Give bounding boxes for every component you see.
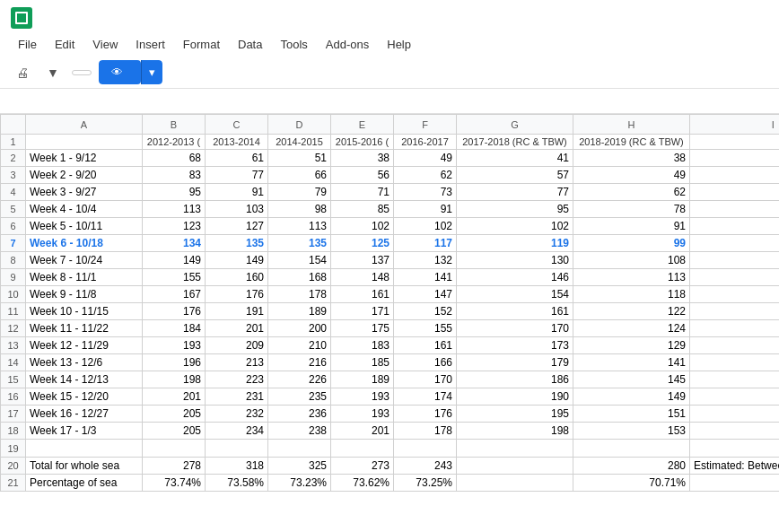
cell[interactable]: 168 xyxy=(268,269,331,286)
cell[interactable] xyxy=(690,184,780,201)
cell[interactable] xyxy=(690,135,780,150)
cell[interactable]: 243 xyxy=(394,458,457,475)
cell[interactable]: 154 xyxy=(268,252,331,269)
menu-tools[interactable]: Tools xyxy=(273,34,314,55)
cell[interactable]: 170 xyxy=(457,320,573,337)
cell[interactable]: Week 16 - 12/27 xyxy=(26,406,143,423)
cell[interactable]: 73 xyxy=(394,184,457,201)
cell[interactable]: Estimated: Between 207 and 220 xyxy=(690,458,780,475)
cell[interactable]: 149 xyxy=(206,252,268,269)
cell[interactable]: 146 xyxy=(457,269,573,286)
cell[interactable]: 79 xyxy=(268,184,331,201)
cell[interactable]: 175 xyxy=(331,320,394,337)
cell[interactable] xyxy=(690,150,780,167)
cell[interactable]: 130 xyxy=(457,252,573,269)
col-header-a[interactable]: A xyxy=(26,115,143,135)
cell[interactable]: Week 9 - 11/8 xyxy=(26,286,143,303)
cell[interactable]: 216 xyxy=(268,354,331,371)
cell[interactable]: 73.62% xyxy=(331,475,394,492)
cell[interactable]: 85 xyxy=(331,201,394,218)
cell[interactable]: 127 xyxy=(206,218,268,235)
cell[interactable]: 141 xyxy=(394,269,457,286)
cell[interactable]: Week 13 - 12/6 xyxy=(26,354,143,371)
cell[interactable]: 66 xyxy=(268,167,331,184)
cell[interactable]: 205 xyxy=(143,423,206,440)
menu-edit[interactable]: Edit xyxy=(48,34,82,55)
cell[interactable]: 2018-2019 (RC & TBW) xyxy=(573,135,690,150)
col-header-b[interactable]: B xyxy=(143,115,206,135)
cell[interactable]: 161 xyxy=(394,337,457,354)
cell[interactable] xyxy=(690,388,780,406)
cell[interactable] xyxy=(690,235,780,252)
cell[interactable]: 91 xyxy=(206,184,268,201)
cell[interactable]: Week 11 - 11/22 xyxy=(26,320,143,337)
cell[interactable]: 318 xyxy=(206,458,268,475)
cell[interactable]: 170 xyxy=(394,371,457,388)
cell[interactable]: Week 1 - 9/12 xyxy=(26,150,143,167)
cell[interactable] xyxy=(26,135,143,150)
cell[interactable] xyxy=(457,458,573,475)
cell[interactable]: 201 xyxy=(143,388,206,406)
cell[interactable]: Week 8 - 11/1 xyxy=(26,269,143,286)
cell[interactable]: 132 xyxy=(394,252,457,269)
cell[interactable]: 2017-2018 (RC & TBW) xyxy=(457,135,573,150)
cell[interactable]: 213 xyxy=(206,354,268,371)
cell[interactable] xyxy=(690,167,780,184)
cell[interactable]: 201 xyxy=(206,320,268,337)
cell[interactable]: 57 xyxy=(457,167,573,184)
cell[interactable]: 174 xyxy=(394,388,457,406)
cell[interactable]: 232 xyxy=(206,406,268,423)
cell[interactable] xyxy=(457,440,573,458)
zoom-control[interactable] xyxy=(72,70,92,75)
col-header-e[interactable]: E xyxy=(331,115,394,135)
col-header-f[interactable]: F xyxy=(394,115,457,135)
cell[interactable]: 161 xyxy=(331,286,394,303)
cell[interactable]: 155 xyxy=(394,320,457,337)
cell[interactable] xyxy=(394,440,457,458)
cell[interactable]: 68 xyxy=(143,150,206,167)
cell[interactable]: 135 xyxy=(268,235,331,252)
cell[interactable]: 236 xyxy=(268,406,331,423)
cell[interactable]: 70.71% xyxy=(573,475,690,492)
cell[interactable]: 231 xyxy=(206,388,268,406)
cell[interactable] xyxy=(690,440,780,458)
cell[interactable]: 2015-2016 ( xyxy=(331,135,394,150)
cell[interactable] xyxy=(690,406,780,423)
cell[interactable]: 154 xyxy=(457,286,573,303)
cell[interactable]: 273 xyxy=(331,458,394,475)
filter-button[interactable]: ▼ xyxy=(41,62,65,83)
cell[interactable]: 113 xyxy=(143,201,206,218)
cell[interactable]: Week 15 - 12/20 xyxy=(26,388,143,406)
cell[interactable]: 176 xyxy=(394,406,457,423)
cell[interactable]: 119 xyxy=(457,235,573,252)
cell[interactable]: 183 xyxy=(331,337,394,354)
cell[interactable]: 62 xyxy=(394,167,457,184)
cell[interactable]: 201 xyxy=(331,423,394,440)
cell[interactable]: Week 14 - 12/13 xyxy=(26,371,143,388)
cell[interactable]: 108 xyxy=(573,252,690,269)
cell[interactable]: Week 3 - 9/27 xyxy=(26,184,143,201)
cell[interactable]: 113 xyxy=(268,218,331,235)
cell[interactable] xyxy=(690,371,780,388)
cell[interactable]: 189 xyxy=(331,371,394,388)
cell[interactable]: 73.25% xyxy=(394,475,457,492)
cell[interactable]: 155 xyxy=(143,269,206,286)
print-button[interactable]: 🖨 xyxy=(11,62,34,83)
cell[interactable]: 38 xyxy=(331,150,394,167)
cell[interactable]: 91 xyxy=(573,218,690,235)
cell[interactable]: Total for whole sea xyxy=(26,458,143,475)
view-only-button[interactable]: 👁 xyxy=(99,60,141,84)
cell[interactable]: 189 xyxy=(268,303,331,320)
cell[interactable]: Week 2 - 9/20 xyxy=(26,167,143,184)
cell[interactable]: 41 xyxy=(457,150,573,167)
view-only-dropdown-button[interactable]: ▾ xyxy=(141,60,162,84)
cell[interactable] xyxy=(690,218,780,235)
cell[interactable]: 193 xyxy=(143,337,206,354)
menu-addons[interactable]: Add-ons xyxy=(319,34,376,55)
cell[interactable] xyxy=(206,440,268,458)
cell[interactable] xyxy=(690,286,780,303)
menu-insert[interactable]: Insert xyxy=(128,34,172,55)
cell[interactable]: 190 xyxy=(457,388,573,406)
cell[interactable]: 152 xyxy=(394,303,457,320)
cell[interactable]: 51 xyxy=(268,150,331,167)
